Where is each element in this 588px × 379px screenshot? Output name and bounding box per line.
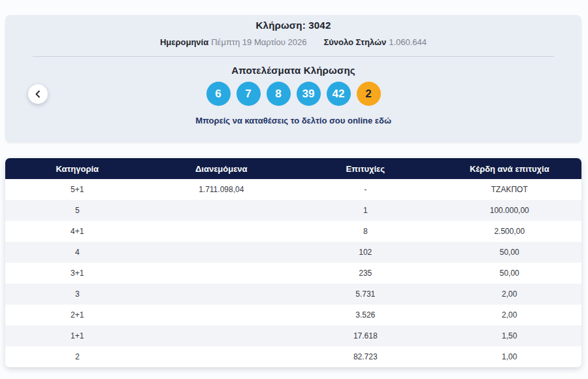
table-cell: 50,00: [438, 263, 582, 284]
drawn-numbers: 67839422: [5, 82, 581, 106]
table-cell: 50,00: [438, 242, 582, 263]
table-header-cell: Διανεμόμενα: [150, 158, 294, 179]
table-cell: [150, 346, 294, 367]
draw-title-label: Κλήρωση:: [256, 20, 306, 31]
table-row: 2+13.5262,00: [5, 305, 581, 325]
table-cell: 1.711.098,04: [150, 179, 294, 200]
table-cell: 100.000,00: [438, 200, 582, 221]
table-row: 51100.000,00: [5, 200, 581, 221]
submit-ticket-online-link[interactable]: Μπορείς να καταθέσεις το δελτίο σου onli…: [195, 116, 391, 125]
table-cell: 3+1: [5, 263, 150, 284]
payout-table-header: ΚατηγορίαΔιανεμόμεναΕπιτυχίεςΚέρδη ανά ε…: [5, 158, 581, 179]
number-ball: 8: [267, 82, 291, 106]
number-ball: 39: [297, 82, 321, 106]
table-cell: 4+1: [5, 221, 150, 242]
table-cell: 82.723: [293, 346, 438, 367]
table-row: 282.7231,00: [5, 346, 581, 367]
draw-date-value: Πέμπτη 19 Μαρτίου 2026: [211, 37, 306, 47]
payout-table-card: ΚατηγορίαΔιανεμόμεναΕπιτυχίεςΚέρδη ανά ε…: [5, 158, 581, 367]
table-cell: [150, 325, 294, 346]
table-cell: [150, 200, 294, 221]
table-row: 410250,00: [5, 242, 581, 263]
table-cell: 2,00: [438, 284, 582, 305]
chevron-left-icon: [35, 90, 41, 98]
payout-table-body: 5+11.711.098,04-ΤΖΑΚΠΟΤ51100.000,004+182…: [5, 179, 581, 367]
table-cell: 17.618: [293, 325, 438, 346]
table-cell: [150, 284, 294, 305]
table-row: 3+123550,00: [5, 263, 581, 284]
table-row: 35.7312,00: [5, 284, 581, 305]
draw-title: Κλήρωση: 3042: [5, 20, 581, 31]
draw-summary-card: Κλήρωση: 3042 ΗμερομηνίαΠέμπτη 19 Μαρτίο…: [5, 15, 581, 142]
table-row: 5+11.711.098,04-ΤΖΑΚΠΟΤ: [5, 179, 581, 200]
table-row: 4+182.500,00: [5, 221, 581, 242]
number-ball: 42: [327, 82, 351, 106]
table-cell: 5.731: [293, 284, 438, 305]
draw-date-label: Ημερομηνία: [160, 37, 208, 47]
table-header-cell: Επιτυχίες: [293, 158, 438, 179]
table-cell: 2,00: [438, 305, 582, 325]
table-cell: 8: [293, 221, 438, 242]
table-header-cell: Κέρδη ανά επιτυχία: [438, 158, 582, 179]
table-cell: 2: [5, 346, 150, 367]
table-cell: 3.526: [293, 305, 438, 325]
total-columns-label: Σύνολο Στηλών: [323, 37, 386, 47]
draw-meta: ΗμερομηνίαΠέμπτη 19 Μαρτίου 2026 Σύνολο …: [5, 37, 581, 47]
draw-date: ΗμερομηνίαΠέμπτη 19 Μαρτίου 2026: [160, 37, 306, 47]
table-cell: 5: [5, 200, 150, 221]
number-ball: 7: [237, 82, 261, 106]
table-cell: 102: [293, 242, 438, 263]
section-divider: [33, 56, 554, 57]
table-header-cell: Κατηγορία: [5, 158, 150, 179]
table-cell: [150, 305, 294, 325]
previous-draw-button[interactable]: [28, 84, 48, 104]
draw-number: 3042: [308, 20, 331, 31]
results-heading: Αποτελέσματα Κλήρωσης: [5, 65, 581, 76]
number-ball: 6: [206, 82, 231, 106]
table-cell: 4: [5, 242, 150, 263]
table-cell: 2+1: [5, 305, 150, 325]
table-cell: ΤΖΑΚΠΟΤ: [438, 179, 582, 200]
table-cell: [150, 221, 294, 242]
table-cell: [150, 242, 294, 263]
table-cell: 1+1: [5, 325, 150, 346]
total-columns: Σύνολο Στηλών1.060.644: [323, 37, 427, 47]
table-cell: 3: [5, 284, 150, 305]
table-cell: 5+1: [5, 179, 150, 200]
bonus-number-ball: 2: [357, 82, 381, 106]
table-cell: 2.500,00: [438, 221, 582, 242]
table-cell: [150, 263, 294, 284]
table-cell: 1,00: [438, 346, 582, 367]
table-cell: -: [293, 179, 438, 200]
total-columns-value: 1.060.644: [389, 37, 427, 47]
table-cell: 235: [293, 263, 438, 284]
table-cell: 1,50: [438, 325, 582, 346]
table-row: 1+117.6181,50: [5, 325, 581, 346]
table-cell: 1: [293, 200, 438, 221]
